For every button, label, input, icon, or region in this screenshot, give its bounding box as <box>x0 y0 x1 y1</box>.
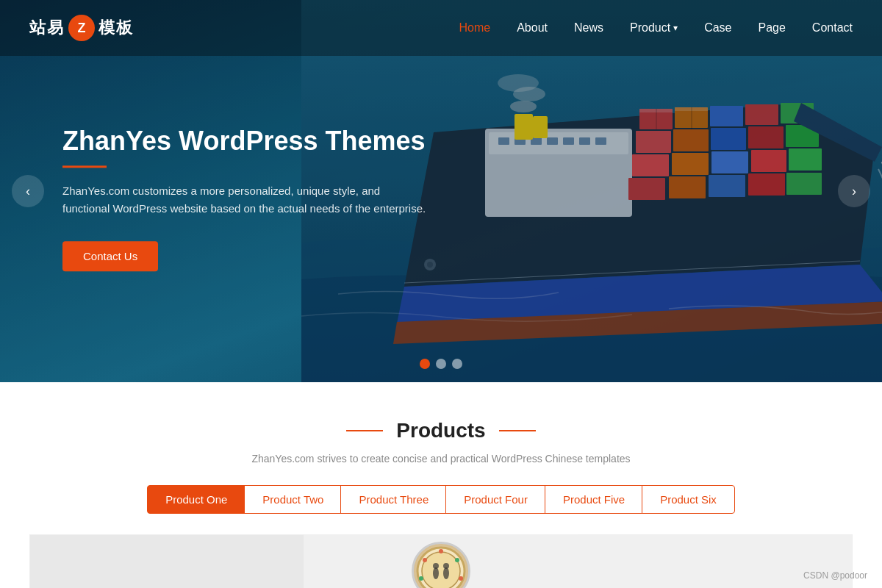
product-tab-one[interactable]: Product One <box>147 485 245 514</box>
hero-title: ZhanYes WordPress Themes <box>62 125 430 157</box>
section-line-left <box>346 430 383 431</box>
section-title: Products <box>396 419 485 442</box>
nav-link-about[interactable]: About <box>517 21 548 34</box>
hero-underline <box>62 166 107 168</box>
carousel-arrow-right[interactable]: › <box>838 175 870 207</box>
svg-point-49 <box>419 576 423 581</box>
nav-item-about[interactable]: About <box>517 21 548 35</box>
nav-link-page[interactable]: Page <box>758 21 785 34</box>
product-tabs: Product One Product Two Product Three Pr… <box>29 485 853 514</box>
nav-link-contact[interactable]: Contact <box>812 21 853 34</box>
carousel-dot-1[interactable] <box>420 359 430 369</box>
svg-point-43 <box>422 552 460 588</box>
nav-item-product[interactable]: Product <box>630 21 678 35</box>
nav-link-case[interactable]: Case <box>704 21 731 34</box>
nav-item-contact[interactable]: Contact <box>812 21 853 35</box>
product-tab-five[interactable]: Product Five <box>545 485 643 514</box>
product-tab-six[interactable]: Product Six <box>642 485 735 514</box>
plate-decoration <box>412 542 470 588</box>
product-card-center[interactable] <box>304 534 578 588</box>
navbar: 站易 Z 模板 Home About News Product Case <box>0 0 882 382</box>
logo-text-suffix: 模板 <box>98 17 134 39</box>
nav-link-news[interactable]: News <box>574 21 603 34</box>
nav-link-home[interactable]: Home <box>459 21 490 34</box>
svg-point-53 <box>443 567 449 579</box>
hero-section: ZhanYes WordPress Themes ZhanYes.com cus… <box>0 0 882 382</box>
nav-item-case[interactable]: Case <box>704 21 731 35</box>
section-line-right <box>499 430 536 431</box>
contact-us-button[interactable]: Contact Us <box>62 242 158 272</box>
nav-item-home[interactable]: Home <box>459 21 490 35</box>
carousel-dots <box>420 359 462 369</box>
footer-note: CSDN @podoor <box>803 570 867 581</box>
logo-icon: Z <box>68 15 95 41</box>
product-cards-preview <box>29 534 853 588</box>
nav-link-product[interactable]: Product <box>630 21 678 35</box>
hero-content: ZhanYes WordPress Themes ZhanYes.com cus… <box>62 125 430 271</box>
products-section: Products ZhanYes.com strives to create c… <box>0 382 882 588</box>
nav-item-page[interactable]: Page <box>758 21 785 35</box>
product-tab-two[interactable]: Product Two <box>244 485 342 514</box>
nav-menu: Home About News Product Case Page Contac… <box>459 21 853 35</box>
carousel-dot-3[interactable] <box>452 359 462 369</box>
section-subtitle: ZhanYes.com strives to create concise an… <box>29 453 853 465</box>
carousel-arrow-left[interactable]: ‹ <box>12 175 44 207</box>
product-tab-three[interactable]: Product Three <box>340 485 447 514</box>
hero-description: ZhanYes.com customizes a more personaliz… <box>62 183 430 218</box>
svg-point-52 <box>433 563 439 569</box>
svg-point-54 <box>443 563 449 569</box>
logo-text-prefix: 站易 <box>29 17 65 39</box>
svg-point-50 <box>423 558 427 562</box>
navigation: 站易 Z 模板 Home About News Product Case <box>0 0 882 56</box>
logo[interactable]: 站易 Z 模板 <box>29 15 134 41</box>
svg-point-51 <box>433 567 439 579</box>
product-card-left[interactable] <box>29 534 304 588</box>
section-title-wrap: Products <box>29 419 853 442</box>
svg-point-45 <box>455 558 459 562</box>
nav-item-news[interactable]: News <box>574 21 603 35</box>
svg-point-44 <box>439 549 443 553</box>
svg-point-46 <box>459 576 463 581</box>
product-tab-four[interactable]: Product Four <box>445 485 546 514</box>
carousel-dot-2[interactable] <box>436 359 446 369</box>
